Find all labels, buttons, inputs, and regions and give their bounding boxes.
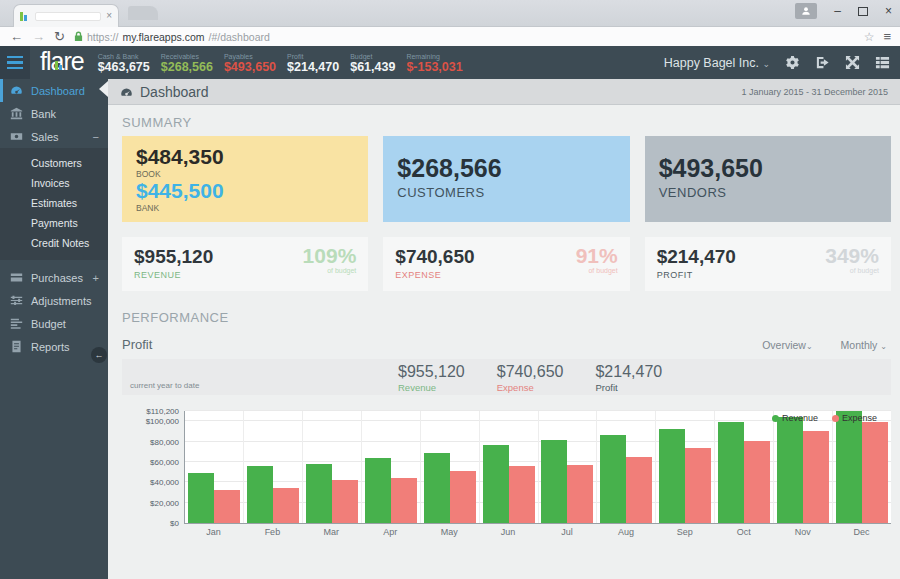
active-item-notch xyxy=(99,81,108,97)
browser-tabstrip: × – × xyxy=(0,0,900,27)
sidebar-collapse-button[interactable]: ← xyxy=(91,347,107,363)
bar-group-nov xyxy=(774,411,833,523)
sidebar-item-estimates[interactable]: Estimates xyxy=(0,193,108,213)
revenue-bar xyxy=(365,458,391,523)
flare-logo: flare xyxy=(40,47,84,76)
expense-bar xyxy=(391,478,417,523)
reload-icon[interactable]: ↻ xyxy=(54,30,65,43)
padlock-icon xyxy=(74,31,83,42)
company-selector[interactable]: Happy Bagel Inc. ⌄ xyxy=(664,56,770,70)
y-tick-label: $80,000 xyxy=(150,438,179,447)
revenue-bar xyxy=(600,435,626,523)
cash-icon xyxy=(10,130,23,143)
legend-revenue[interactable]: Revenue xyxy=(772,413,818,423)
settings-gear-icon[interactable] xyxy=(785,55,800,70)
revenue-bar xyxy=(541,440,567,523)
url-input[interactable]: https://my.flareapps.com/#/dashboard xyxy=(74,29,855,44)
header-stats: Cash & Bank $463,675 Receivables $268,56… xyxy=(98,52,463,74)
stat-revenue: $955,120 Revenue xyxy=(398,363,465,393)
bar-group-jan xyxy=(185,411,244,523)
expense-bar xyxy=(803,431,829,523)
bar-chart: Revenue Expense $0$20,000$40,000$60,000$… xyxy=(122,411,891,539)
expense-bar xyxy=(862,422,888,523)
sidebar: Dashboard Bank Sales − Customers Invoice… xyxy=(0,79,108,579)
sidebar-item-budget[interactable]: Budget xyxy=(0,312,108,335)
sidebar-item-purchases[interactable]: Purchases + xyxy=(0,266,108,289)
collapse-minus-icon[interactable]: − xyxy=(93,131,99,143)
profit-percent: 349% xyxy=(825,245,879,267)
fullscreen-icon[interactable] xyxy=(845,55,860,70)
sidebar-item-adjustments[interactable]: Adjustments xyxy=(0,289,108,312)
customers-value: $268,566 xyxy=(397,154,615,182)
flare-favicon-icon xyxy=(20,11,30,21)
browser-tab[interactable]: × xyxy=(13,4,119,27)
list-panel-icon[interactable] xyxy=(875,55,890,70)
expense-bar xyxy=(744,441,770,523)
y-tick-label: $40,000 xyxy=(150,478,179,487)
sidebar-item-label: Adjustments xyxy=(31,295,92,307)
sidebar-item-sales[interactable]: Sales − xyxy=(0,125,108,148)
profit-kpi-card: $214,470 PROFIT 349% of budget xyxy=(645,237,891,291)
expense-bar xyxy=(450,471,476,523)
x-tick-label: Apr xyxy=(361,524,420,539)
sign-out-icon[interactable] xyxy=(815,55,830,70)
sidebar-item-payments[interactable]: Payments xyxy=(0,213,108,233)
stat-profit: $214,470 Profit xyxy=(595,363,662,393)
sidebar-item-customers[interactable]: Customers xyxy=(0,153,108,173)
performance-heading: PERFORMANCE xyxy=(122,310,891,325)
expense-bar xyxy=(567,465,593,523)
legend-expense[interactable]: Expense xyxy=(832,413,877,423)
new-tab-button[interactable] xyxy=(128,6,158,20)
customers-card: $268,566 CUSTOMERS xyxy=(383,136,629,222)
revenue-bar xyxy=(188,473,214,523)
dashboard-icon xyxy=(120,85,133,98)
bank-icon xyxy=(10,107,23,120)
credit-card-icon xyxy=(10,271,23,284)
vendors-label: VENDORS xyxy=(659,185,877,200)
expense-bar xyxy=(626,457,652,523)
monthly-dropdown[interactable]: Monthly ⌄ xyxy=(841,339,887,351)
chevron-down-icon: ⌄ xyxy=(880,342,887,351)
x-tick-label: Sep xyxy=(655,524,714,539)
expand-plus-icon[interactable]: + xyxy=(93,272,99,284)
window-minimize-button[interactable]: – xyxy=(834,5,841,17)
revenue-kpi-card: $955,120 REVENUE 109% of budget xyxy=(122,237,368,291)
app-header: flare Cash & Bank $463,675 Receivables $… xyxy=(0,46,900,79)
revenue-bar xyxy=(777,417,803,523)
budget-list-icon xyxy=(10,317,23,330)
of-budget-caption: of budget xyxy=(825,267,879,274)
browser-profile-icon[interactable] xyxy=(795,3,817,19)
sidebar-item-label: Purchases xyxy=(31,272,83,284)
expense-dot-icon xyxy=(832,415,839,422)
hamburger-menu-icon[interactable] xyxy=(0,46,30,79)
y-axis: $0$20,000$40,000$60,000$80,000$100,000$1… xyxy=(122,411,184,524)
y-tick-label: $60,000 xyxy=(150,458,179,467)
sidebar-item-invoices[interactable]: Invoices xyxy=(0,173,108,193)
expense-bar xyxy=(214,490,240,523)
sidebar-item-label: Budget xyxy=(31,318,66,330)
back-icon[interactable]: ← xyxy=(10,30,23,43)
overview-dropdown[interactable]: Overview⌄ xyxy=(762,339,812,351)
sidebar-item-bank[interactable]: Bank xyxy=(0,102,108,125)
x-tick-label: Nov xyxy=(773,524,832,539)
revenue-bar xyxy=(247,466,273,523)
sidebar-item-dashboard[interactable]: Dashboard xyxy=(0,79,108,102)
profit-value: $214,470 xyxy=(657,245,736,268)
summary-heading: SUMMARY xyxy=(122,115,891,130)
x-tick-label: Dec xyxy=(832,524,891,539)
stat-cash-bank: Cash & Bank $463,675 xyxy=(98,52,150,74)
window-close-button[interactable]: × xyxy=(885,5,892,17)
stat-profit: Profit $214,470 xyxy=(287,52,339,74)
bookmark-star-icon[interactable]: ☆ xyxy=(864,30,875,44)
expense-bar xyxy=(685,448,711,523)
forward-icon[interactable]: → xyxy=(32,30,45,43)
profit-label: PROFIT xyxy=(657,270,736,280)
tab-close-icon[interactable]: × xyxy=(106,11,112,21)
browser-menu-icon[interactable]: ≡ xyxy=(883,29,890,44)
sidebar-item-credit-notes[interactable]: Credit Notes xyxy=(0,233,108,253)
url-host: my.flareapps.com xyxy=(122,31,204,43)
window-maximize-button[interactable] xyxy=(858,7,868,16)
bar-group-dec xyxy=(833,411,891,523)
chart-title: Profit xyxy=(122,337,152,352)
revenue-bar xyxy=(483,445,509,523)
